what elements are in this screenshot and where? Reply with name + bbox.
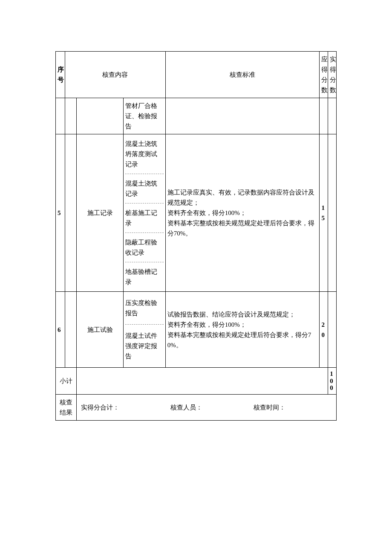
subitem: 混凝土浇筑坍落度测试记录: [125, 134, 164, 174]
cell-actual-score: [328, 292, 337, 368]
table-row: 管材厂合格证、检验报告: [56, 98, 337, 134]
cell-category: 施工记录: [77, 134, 124, 292]
subitem: 压实度检验报告: [125, 292, 164, 325]
subitem: 隐蔽工程验收记录: [125, 233, 164, 262]
cell-group: [65, 292, 76, 368]
result-row: 核查结果 实得分合计： 核查人员： 核查时间：: [56, 394, 337, 420]
cell-seq: 6: [56, 292, 65, 368]
cell-category: [77, 98, 124, 134]
cell-actual-score: [328, 134, 337, 292]
reviewer-label: 核查人员：: [170, 402, 202, 413]
document-page: 序号 核查内容 核查标准 应得分数 实得分数 管材厂合格证、检验报告 5 施工记…: [0, 0, 392, 555]
subtotal-blank: [77, 368, 328, 395]
col-should-score: 应得分数: [320, 52, 328, 98]
cell-group: [65, 134, 76, 292]
result-content: 实得分合计： 核查人员： 核查时间：: [77, 394, 337, 420]
cell-subitems: 混凝土浇筑坍落度测试记录 混凝土浇筑记录 桩基施工记录 隐蔽工程验收记录 地基验…: [123, 134, 165, 292]
table-row: 6 施工试验 压实度检验报告 混凝土试件强度评定报告 试验报告数据、结论应符合设…: [56, 292, 337, 368]
col-content: 核查内容: [65, 52, 165, 98]
subitem: 桩基施工记录: [125, 203, 164, 233]
cell-subitems: 压实度检验报告 混凝土试件强度评定报告: [123, 292, 165, 368]
cell-seq: 5: [56, 134, 65, 292]
table-row: 5 施工记录 混凝土浇筑坍落度测试记录 混凝土浇筑记录 桩基施工记录 隐蔽工程验…: [56, 134, 337, 292]
cell-group: [65, 98, 76, 134]
subtotal-value: 100: [328, 368, 337, 395]
subtotal-row: 小计 100: [56, 368, 337, 395]
actual-total-label: 实得分合计：: [81, 402, 119, 413]
cell-should-score: [320, 98, 328, 134]
col-seq: 序号: [56, 52, 65, 98]
col-actual-score: 实得分数: [328, 52, 337, 98]
subtotal-label: 小计: [56, 368, 77, 395]
cell-actual-score: [328, 98, 337, 134]
cell-standard: [165, 98, 320, 134]
cell-category: 施工试验: [77, 292, 124, 368]
cell-should-score: 15: [320, 134, 328, 292]
subitem: 地基验槽记录: [125, 262, 164, 291]
cell-seq: [56, 98, 65, 134]
table-header-row: 序号 核查内容 核查标准 应得分数 实得分数: [56, 52, 337, 98]
review-time-label: 核查时间：: [254, 402, 285, 413]
cell-standard: 施工记录应真实、有效，记录数据内容应符合设计及规范规定； 资料齐全有效，得分10…: [165, 134, 320, 292]
subitem: 混凝土试件强度评定报告: [125, 325, 164, 367]
subitem: 混凝土浇筑记录: [125, 174, 164, 203]
cell-subitem: 管材厂合格证、检验报告: [123, 98, 165, 134]
col-standard: 核查标准: [165, 52, 320, 98]
cell-should-score: 20: [320, 292, 328, 368]
cell-standard: 试验报告数据、结论应符合设计及规范规定； 资料齐全有效，得分100%； 资料基本…: [165, 292, 320, 368]
inspection-table: 序号 核查内容 核查标准 应得分数 实得分数 管材厂合格证、检验报告 5 施工记…: [55, 51, 337, 421]
result-label: 核查结果: [56, 394, 77, 420]
